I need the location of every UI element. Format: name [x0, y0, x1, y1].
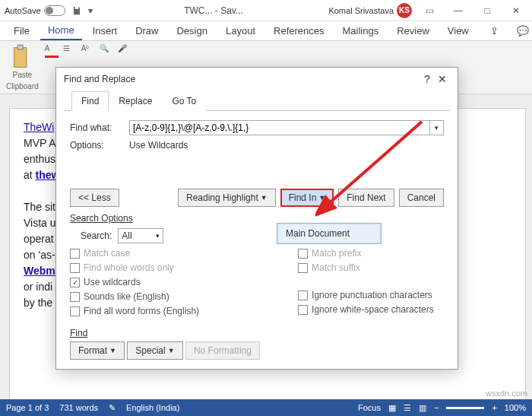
- checkbox-icon: [70, 306, 80, 316]
- tab-draw[interactable]: Draw: [128, 22, 166, 40]
- user-avatar: KS: [397, 3, 412, 18]
- paste-icon[interactable]: [11, 44, 33, 71]
- bullets-icon[interactable]: ☰: [63, 44, 77, 58]
- status-focus[interactable]: Focus: [358, 403, 381, 412]
- options-label: Options:: [70, 140, 123, 151]
- cb-use-wildcards[interactable]: ✓Use wildcards: [70, 277, 199, 287]
- find-next-button[interactable]: Find Next: [338, 189, 394, 207]
- status-proofing-icon[interactable]: ✎: [109, 403, 116, 413]
- paste-label: Paste: [13, 71, 33, 79]
- search-options-heading: Search Options: [70, 213, 444, 224]
- dialog-close-icon[interactable]: ✕: [435, 73, 450, 85]
- find-what-dropdown-icon[interactable]: ▾: [430, 120, 444, 135]
- cb-ignore-punct[interactable]: Ignore punctuation characters: [298, 290, 434, 300]
- dialog-title: Find and Replace: [64, 74, 135, 84]
- tab-references[interactable]: References: [266, 22, 331, 40]
- dialog-titlebar: Find and Replace ? ✕: [56, 68, 458, 91]
- find-section-label: Find: [70, 328, 444, 338]
- find-in-button[interactable]: Find In▼: [280, 189, 334, 207]
- status-page[interactable]: Page 1 of 3: [6, 403, 49, 412]
- view-web-icon[interactable]: ▥: [419, 403, 426, 413]
- doc-text: or indi: [24, 281, 52, 293]
- checkbox-icon: [70, 263, 80, 273]
- svg-rect-0: [14, 48, 27, 68]
- ribbon-tabs: File Home Insert Draw Design Layout Refe…: [0, 21, 532, 41]
- user-name: Komal Srivastava: [328, 6, 394, 15]
- ribbon-display-icon[interactable]: ▭: [418, 3, 441, 18]
- special-button[interactable]: Special▼: [127, 341, 182, 360]
- doc-text: enthus: [24, 153, 55, 165]
- statusbar: Page 1 of 3 731 words ✎ English (India) …: [0, 399, 532, 416]
- tab-replace[interactable]: Replace: [109, 91, 162, 111]
- view-read-icon[interactable]: ☰: [404, 403, 411, 413]
- save-icon[interactable]: [71, 5, 82, 16]
- user-account[interactable]: Komal Srivastava KS: [328, 3, 412, 18]
- autosave-label: AutoSave: [5, 6, 41, 15]
- checkbox-icon: [298, 263, 308, 273]
- styles-icon[interactable]: Aᵇ: [81, 44, 95, 58]
- tab-design[interactable]: Design: [169, 22, 215, 40]
- less-button[interactable]: << Less: [70, 189, 119, 207]
- tab-home[interactable]: Home: [40, 21, 82, 40]
- zoom-level[interactable]: 100%: [505, 403, 526, 412]
- status-words[interactable]: 731 words: [59, 403, 98, 412]
- tab-find[interactable]: Find: [71, 91, 109, 111]
- titlebar: AutoSave ▾ TWC... - Sav... Komal Srivast…: [0, 0, 532, 21]
- checkbox-icon: [298, 291, 308, 300]
- cancel-button[interactable]: Cancel: [399, 189, 444, 207]
- doc-text: Vista u: [24, 217, 56, 229]
- doc-link-1[interactable]: TheWi: [24, 121, 54, 133]
- checkbox-checked-icon: ✓: [70, 278, 80, 287]
- doc-link-3[interactable]: Webm: [24, 265, 55, 277]
- watermark: wsxdn.com: [486, 389, 527, 398]
- chevron-down-icon: ▼: [168, 347, 175, 354]
- comments-icon[interactable]: 💬: [509, 22, 532, 40]
- checkbox-icon: [298, 249, 308, 259]
- status-language[interactable]: English (India): [126, 403, 179, 412]
- find-icon[interactable]: 🔍: [100, 44, 113, 58]
- find-in-main-document[interactable]: Main Document: [277, 224, 381, 243]
- search-direction-label: Search:: [81, 230, 112, 241]
- find-what-input[interactable]: [129, 120, 430, 135]
- dictate-icon[interactable]: 🎤: [118, 44, 131, 58]
- close-icon[interactable]: ✕: [505, 3, 527, 18]
- doc-text: MVP A: [24, 137, 56, 149]
- tab-mailings[interactable]: Mailings: [335, 22, 387, 40]
- chevron-down-icon: ▾: [156, 232, 160, 240]
- zoom-slider[interactable]: [446, 407, 484, 409]
- doc-text: The sit: [24, 201, 55, 213]
- doc-text: at: [24, 169, 36, 181]
- tab-view[interactable]: View: [440, 22, 477, 40]
- chevron-down-icon: ▼: [261, 194, 268, 202]
- chevron-down-icon: ▼: [318, 194, 325, 202]
- qat-dropdown-icon[interactable]: ▾: [88, 5, 99, 16]
- search-direction-select[interactable]: All▾: [118, 228, 163, 243]
- cb-match-prefix: Match prefix: [298, 248, 434, 259]
- document-title: TWC... - Sav...: [105, 5, 323, 16]
- format-button[interactable]: Format▼: [70, 341, 125, 360]
- view-print-icon[interactable]: ▦: [388, 403, 396, 413]
- reading-highlight-button[interactable]: Reading Highlight▼: [178, 189, 276, 207]
- tab-review[interactable]: Review: [389, 22, 437, 40]
- minimize-icon[interactable]: —: [447, 3, 470, 18]
- options-value: Use Wildcards: [129, 140, 188, 151]
- toggle-off-icon[interactable]: [44, 5, 65, 16]
- no-formatting-button: No Formatting: [185, 341, 260, 360]
- zoom-in-icon[interactable]: +: [492, 403, 496, 412]
- cb-ignore-whitespace[interactable]: Ignore white-space characters: [298, 304, 434, 315]
- cb-sounds-like[interactable]: Sounds like (English): [70, 291, 199, 302]
- share-icon[interactable]: ⇪: [483, 22, 506, 40]
- cb-word-forms[interactable]: Find all word forms (English): [70, 306, 199, 316]
- maximize-icon[interactable]: □: [476, 3, 499, 18]
- tab-layout[interactable]: Layout: [218, 22, 263, 40]
- find-footer: Find Format▼ Special▼ No Formatting: [70, 328, 444, 360]
- find-replace-dialog: Find and Replace ? ✕ Find Replace Go To …: [55, 67, 458, 370]
- help-icon[interactable]: ?: [420, 73, 435, 85]
- svg-rect-1: [18, 45, 24, 49]
- font-color-icon[interactable]: A: [45, 44, 59, 58]
- tab-goto[interactable]: Go To: [162, 91, 206, 111]
- tab-file[interactable]: File: [6, 22, 37, 40]
- zoom-out-icon[interactable]: −: [434, 403, 439, 412]
- autosave-toggle[interactable]: AutoSave: [5, 5, 65, 16]
- tab-insert[interactable]: Insert: [85, 22, 125, 40]
